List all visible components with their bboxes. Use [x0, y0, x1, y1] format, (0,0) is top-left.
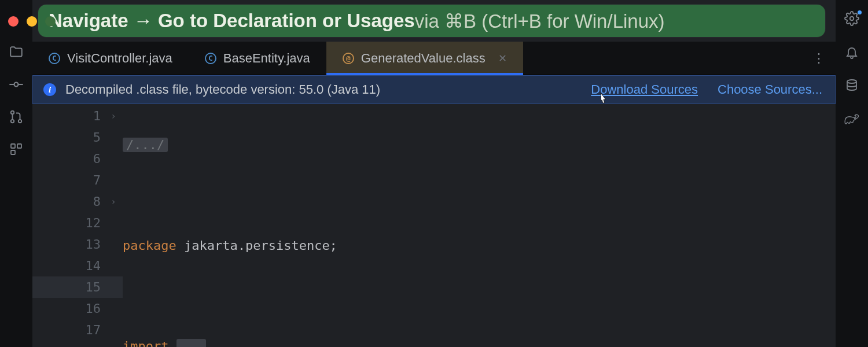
- fold-column: › ›: [104, 104, 123, 347]
- window-zoom-icon[interactable]: [45, 16, 56, 27]
- tab-baseentity[interactable]: C BaseEntity.java: [189, 42, 326, 75]
- line-number: 7: [32, 169, 104, 191]
- commit-tool-icon[interactable]: [8, 76, 24, 93]
- line-number: 8: [32, 191, 104, 212]
- settings-icon[interactable]: [844, 10, 860, 27]
- fold-toggle-icon[interactable]: ›: [111, 197, 116, 207]
- project-tool-icon[interactable]: [8, 44, 24, 60]
- tab-label: VisitController.java: [67, 51, 172, 66]
- folded-region[interactable]: ...: [176, 339, 207, 347]
- annotation-file-icon: @: [343, 53, 354, 64]
- svg-point-9: [850, 17, 854, 21]
- pull-requests-tool-icon[interactable]: [8, 109, 24, 125]
- line-number: 16: [32, 298, 104, 319]
- line-number: 5: [32, 127, 104, 148]
- tip-banner: Navigate → Go to Declaration or Usages v…: [38, 5, 825, 37]
- tip-bold: Navigate → Go to Declaration or Usages: [49, 10, 415, 32]
- editor-tabs: C VisitController.java C BaseEntity.java…: [32, 42, 836, 75]
- tip-dim: via ⌘B (Ctrl+B for Win/Linux): [415, 10, 665, 32]
- tab-generatedvalue[interactable]: @ GeneratedValue.class ✕: [326, 42, 523, 75]
- svg-rect-7: [17, 144, 21, 148]
- svg-point-4: [11, 120, 14, 123]
- line-number: 6: [32, 148, 104, 169]
- svg-point-11: [854, 117, 855, 119]
- right-tool-strip: [836, 0, 868, 347]
- choose-sources-link[interactable]: Choose Sources...: [718, 82, 822, 97]
- editor-area: C VisitController.java C BaseEntity.java…: [32, 0, 836, 347]
- close-tab-icon[interactable]: ✕: [498, 52, 507, 65]
- tab-label: BaseEntity.java: [223, 51, 310, 66]
- info-actions: Download Sources Choose Sources...: [591, 82, 822, 97]
- window-traffic-lights: [8, 16, 56, 27]
- info-icon: i: [43, 83, 56, 96]
- keyword: package: [123, 238, 176, 253]
- window-minimize-icon[interactable]: [27, 16, 37, 27]
- notifications-icon[interactable]: [844, 44, 860, 60]
- folded-region[interactable]: /.../: [123, 138, 168, 152]
- tabs-more-icon[interactable]: ⋮: [812, 51, 826, 66]
- ide-window: Navigate → Go to Declaration or Usages v…: [0, 0, 868, 347]
- line-number: 13: [32, 234, 104, 255]
- database-tool-icon[interactable]: [844, 77, 860, 94]
- svg-rect-8: [11, 150, 15, 154]
- code-editor[interactable]: 1 5 6 7 8 12 13 14 15 16 17 › ›: [32, 104, 836, 347]
- svg-rect-6: [11, 144, 15, 148]
- code-content[interactable]: /.../ package jakarta.persistence; impor…: [123, 104, 836, 347]
- svg-point-3: [11, 111, 14, 114]
- line-number-gutter: 1 5 6 7 8 12 13 14 15 16 17: [32, 104, 104, 347]
- decompiled-info-bar: i Decompiled .class file, bytecode versi…: [32, 75, 836, 104]
- gradle-tool-icon[interactable]: [844, 111, 860, 127]
- info-text: Decompiled .class file, bytecode version…: [65, 82, 380, 97]
- line-number: 1: [32, 105, 104, 127]
- structure-tool-icon[interactable]: [8, 141, 24, 157]
- window-close-icon[interactable]: [8, 16, 19, 27]
- fold-toggle-icon[interactable]: ›: [111, 111, 116, 121]
- svg-point-0: [14, 83, 19, 87]
- svg-point-5: [19, 120, 21, 123]
- tab-label: GeneratedValue.class: [361, 51, 486, 66]
- download-sources-link[interactable]: Download Sources: [591, 82, 698, 97]
- svg-point-10: [847, 80, 856, 83]
- keyword: import: [123, 339, 168, 347]
- line-number: 17: [32, 319, 104, 341]
- class-file-icon: C: [205, 53, 216, 64]
- line-number: 15: [32, 276, 104, 298]
- left-tool-strip: [0, 0, 32, 347]
- line-number: 12: [32, 212, 104, 234]
- code-text: jakarta.persistence;: [176, 238, 337, 253]
- line-number: 14: [32, 255, 104, 276]
- tab-visitcontroller[interactable]: C VisitController.java: [32, 42, 189, 75]
- class-file-icon: C: [49, 53, 60, 64]
